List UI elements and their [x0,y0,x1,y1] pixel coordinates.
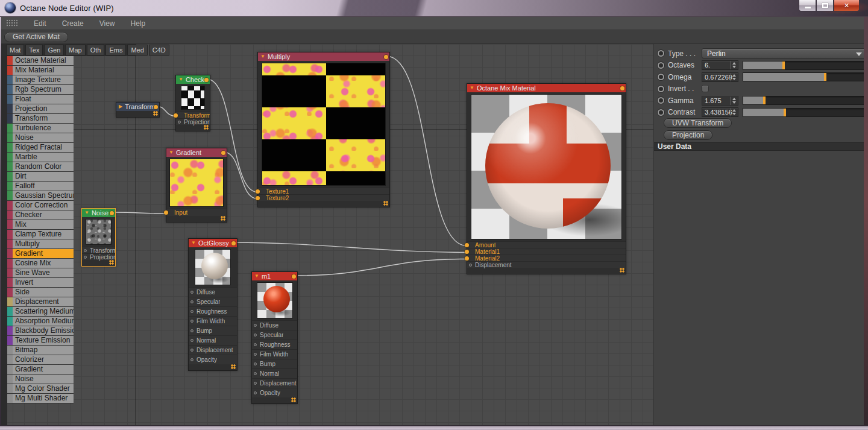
input-port-texture2[interactable]: Texture2 [258,194,389,201]
palette-item-turbulence[interactable]: Turbulence [7,124,74,133]
spinner-up-icon[interactable] [732,109,736,112]
output-port[interactable] [384,55,388,59]
palette-item-mix-material[interactable]: Mix Material [7,66,74,75]
resize-grip[interactable] [204,125,209,130]
input-port-normal[interactable]: Normal [189,335,237,345]
resize-grip[interactable] [383,201,388,206]
spinner-arrows-icon[interactable] [730,73,738,81]
resize-grip[interactable] [221,216,225,221]
output-port[interactable] [204,78,209,82]
palette-item-octane-material[interactable]: Octane Material [7,56,74,66]
collapse-icon[interactable]: ▼ [254,274,259,279]
collapse-icon[interactable]: ▼ [169,150,174,155]
collapse-icon[interactable]: ▼ [84,210,89,215]
menu-item-help[interactable]: Help [131,19,146,28]
palette-item-colorizer[interactable]: Colorizer [7,355,74,365]
param-slider-gamma[interactable] [743,96,866,105]
node-header-transform[interactable]: ▶Transform [116,103,159,111]
collapse-expand-icon[interactable]: ▶ [119,104,122,109]
node-header-gradient[interactable]: ▼Gradient [166,148,227,157]
output-port[interactable] [292,274,296,279]
palette-item-color-correction[interactable]: Color Correction [7,201,74,210]
output-port[interactable] [221,151,225,155]
resize-grip[interactable] [109,260,114,265]
spinner-up-icon[interactable] [732,62,736,65]
input-port-roughness[interactable]: Roughness [189,306,237,316]
minimize-button[interactable] [799,0,816,11]
tab-tex[interactable]: Tex [25,45,43,55]
slider-handle[interactable] [824,73,826,81]
animation-dot-gamma[interactable] [658,97,664,104]
palette-item-multiply[interactable]: Multiply [7,239,74,249]
palette-item-scattering-medium[interactable]: Scattering Medium [7,307,74,317]
collapse-icon[interactable]: ▼ [191,241,196,245]
resize-grip[interactable] [291,397,296,402]
wire-gradient-to-multiply[interactable] [224,152,257,199]
palette-item-marble[interactable]: Marble [7,153,74,162]
input-port-displacement[interactable]: Displacement [467,261,626,268]
node-multiply[interactable]: ▼MultiplyTexture1Texture2 [257,52,390,207]
animation-dot-type[interactable] [658,50,664,57]
palette-item-transform[interactable]: Transform [7,114,74,124]
node-checks[interactable]: ▼ChecksTransformProjection [175,75,210,131]
tab-mat[interactable]: Mat [6,45,24,55]
param-slider-octaves[interactable] [743,61,866,70]
input-port-diffuse[interactable]: Diffuse [252,320,297,330]
slider-handle[interactable] [782,62,785,69]
input-port-film-width[interactable]: Film Width [252,349,297,359]
palette-item-checker[interactable]: Checker [7,210,74,220]
output-port[interactable] [110,211,114,215]
inspector-button-uvw-transform[interactable]: UVW Transform [664,118,732,128]
collapse-icon[interactable]: ▼ [260,54,265,59]
menu-item-view[interactable]: View [99,19,115,28]
param-value-gamma[interactable]: 1.675 [702,96,738,106]
palette-item-side[interactable]: Side [7,288,74,297]
node-m1[interactable]: ▼m1DiffuseSpecularRoughnessFilm WidthBum… [251,271,298,404]
slider-handle[interactable] [763,96,766,104]
slider-handle[interactable] [784,109,786,116]
input-port-opacity[interactable]: Opacity [252,388,297,397]
animation-dot-contrast[interactable] [658,109,664,116]
node-header-multiply[interactable]: ▼Multiply [258,52,389,61]
tab-map[interactable]: Map [65,45,85,55]
animation-dot-omega[interactable] [658,74,664,80]
spinner-arrows-icon[interactable] [730,96,738,105]
input-port-specular[interactable]: Specular [252,330,297,340]
palette-item-cosine-mix[interactable]: Cosine Mix [7,259,74,268]
input-port-bump[interactable]: Bump [252,359,297,368]
resize-grip[interactable] [231,364,236,369]
spinner-down-icon[interactable] [732,113,736,115]
palette-item-blackbody-emission[interactable]: Blackbody Emission [7,326,74,336]
palette-item-mix[interactable]: Mix [7,220,74,230]
param-value-omega[interactable]: 0.672269 [702,72,738,82]
palette-item-random-color[interactable]: Random Color [7,162,74,172]
palette-item-invert[interactable]: Invert [7,278,74,288]
input-port-bump[interactable]: Bump [189,326,237,335]
animation-dot-invert[interactable] [658,86,664,92]
node-header-checks[interactable]: ▼Checks [176,75,210,84]
param-value-contrast[interactable]: 3.438156 [702,107,738,117]
input-port-specular[interactable]: Specular [189,297,237,306]
wire-noise-to-gradient[interactable] [112,212,166,213]
node-octglossy[interactable]: ▼OctGlossyDiffuseSpecularRoughnessFilm W… [188,238,237,371]
maximize-button[interactable] [816,0,834,11]
palette-item-gaussian-spectrum[interactable]: Gaussian Spectrum [7,191,74,201]
input-port-transform[interactable]: Transform [176,112,210,118]
node-gradient[interactable]: ▼GradientInput [166,148,227,223]
palette-item-float[interactable]: Float [7,95,74,104]
palette-item-ridged-fractal[interactable]: Ridged Fractal [7,143,74,153]
palette-item-image-texture[interactable]: Image Texture [7,75,74,85]
input-port-projection[interactable]: Projection [176,118,210,125]
output-port[interactable] [154,105,158,109]
spinner-arrows-icon[interactable] [730,61,738,69]
palette-item-rgb-spectrum[interactable]: Rgb Spectrum [7,85,74,95]
input-port-displacement[interactable]: Displacement [252,378,297,388]
input-port-material2[interactable]: Material2 [467,255,626,261]
node-header-octglossy[interactable]: ▼OctGlossy [189,239,237,247]
collapse-icon[interactable]: ▼ [470,86,474,90]
palette-item-mg-multi-shader[interactable]: Mg Multi Shader [7,394,74,403]
input-port-displacement[interactable]: Displacement [189,345,237,355]
tab-med[interactable]: Med [127,45,147,55]
wire-multiply-to-octanemix[interactable] [386,56,467,246]
node-header-noise[interactable]: ▼Noise [82,209,115,217]
